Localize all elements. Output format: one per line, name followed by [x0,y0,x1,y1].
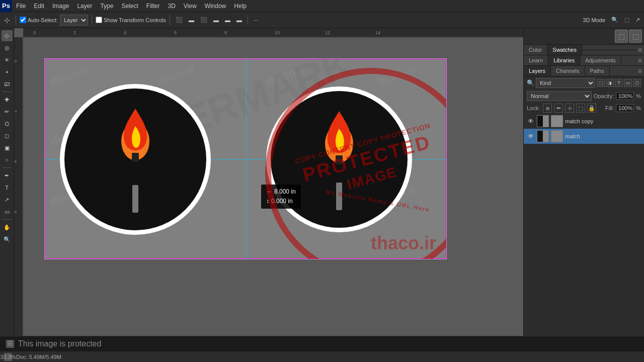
layer-select[interactable]: Layer [60,15,88,26]
candle-right[interactable] [266,86,412,232]
pen-icon: ✒ [5,172,9,179]
align-middle-icon: ▬ [225,17,230,23]
brush-tool[interactable]: ✏ [2,106,13,117]
zoom-icon: 🔍 [4,236,11,243]
lock-pixel-btn[interactable]: ✏ [554,104,563,113]
gradient-tool[interactable]: ▣ [2,142,13,153]
svg-text:10: 10 [275,30,280,35]
menu-file[interactable]: File [12,0,30,12]
zoom-level[interactable]: 33.3% [4,353,12,361]
color-picker-icon-btn[interactable]: ⬚ [615,30,628,43]
menu-3d[interactable]: 3D [164,0,179,12]
shape-tool[interactable]: ▭ [2,206,13,217]
share-btn[interactable]: ↗ [633,14,642,26]
align-center-btn[interactable]: ▬ [187,14,196,26]
dodge-icon: ○ [5,157,9,163]
svg-text:4: 4 [124,30,126,35]
tab-libraries[interactable]: Libraries [548,55,580,65]
menu-view[interactable]: View [180,0,201,12]
fill-input[interactable] [616,104,634,112]
menu-select[interactable]: Select [117,0,142,12]
kind-smart-btn[interactable]: ⬡ [633,79,641,87]
layer-eye-match-copy[interactable]: 👁 [527,117,535,125]
kind-select[interactable]: Kind [536,78,595,88]
menu-layer[interactable]: Layer [73,0,96,12]
status-menu-btn[interactable]: ≡ [6,340,14,348]
zoom-tool[interactable]: 🔍 [2,234,13,245]
dodge-tool[interactable]: ○ [2,154,13,165]
candle-left[interactable] [60,84,211,235]
align-top-btn[interactable]: ▬ [211,14,221,26]
tab-channels[interactable]: Channels [551,66,585,76]
left-tool-panel: ⊹ ◎ ✳ ⌖ 🖃 ✚ ✏ ⌬ ◻ ▣ ○ ✒ T ↗ ▭ ✋ 🔍 [0,28,14,362]
tab-paths[interactable]: Paths [585,66,610,76]
layer-item-match-copy[interactable]: 👁 match copy [524,114,644,129]
more-options-btn[interactable]: ··· [252,14,260,26]
svg-text:12: 12 [325,30,330,35]
tab-adjustments[interactable]: Adjustments [580,55,621,65]
clone-tool[interactable]: ⌬ [2,118,13,129]
blend-mode-select[interactable]: Normal [527,91,592,101]
tooltip-v-arrow: ↕ [266,197,269,206]
svg-text:4: 4 [14,160,18,163]
align-middle-btn[interactable]: ▬ [223,14,232,26]
transform-label[interactable]: Show Transform Controls [96,17,166,23]
layer-comp-btn[interactable]: ⬚ [629,30,642,43]
3d-mode-btn[interactable]: 3D Mode [581,14,607,26]
stamp-domain: thaco.ir [371,233,436,254]
menu-filter[interactable]: Filter [142,0,164,12]
move-tool-btn[interactable]: ⊹ [2,14,12,26]
tab-swatches[interactable]: Swatches [547,45,582,55]
menu-window[interactable]: Window [201,0,230,12]
tab-layers[interactable]: Layers [524,66,551,76]
tab-learn[interactable]: Learn [524,55,548,65]
panel-menu-btn-layers[interactable]: ≡ [636,66,644,76]
tab-color[interactable]: Color [524,45,547,55]
canvas-area[interactable]: 0 2 4 6 8 10 12 14 0 2 4 6 [14,28,523,362]
menu-help[interactable]: Help [230,0,251,12]
select-tool[interactable]: ⊹ [2,30,13,41]
lock-artboard-btn[interactable]: ⬚ [576,104,585,113]
panel-menu-btn-second[interactable]: ≡ [636,55,644,65]
crop-tool[interactable]: ⌖ [2,66,13,77]
align-bottom-btn[interactable]: ▬ [234,14,244,26]
arrange-btn[interactable]: ⬚ [622,14,631,26]
canvas-document[interactable]: thaco.ir thaco.ir thaco.ir thaco.ir thac… [44,58,447,259]
text-tool[interactable]: T [2,182,13,193]
candle-left-inner [64,88,206,230]
menu-edit[interactable]: Edit [30,0,48,12]
align-right-btn[interactable]: ⬛ [198,14,209,26]
healing-tool[interactable]: ✚ [2,94,13,105]
kind-adj-btn[interactable]: ◑ [606,79,614,87]
select-icon: ⊹ [4,32,10,40]
main-area: ⊹ ◎ ✳ ⌖ 🖃 ✚ ✏ ⌬ ◻ ▣ ○ ✒ T ↗ ▭ ✋ 🔍 0 [0,28,644,362]
autoselect-checkbox[interactable] [20,17,26,23]
path-select-tool[interactable]: ↗ [2,194,13,205]
transform-checkbox[interactable] [96,17,102,23]
hand-tool[interactable]: ✋ [2,222,13,233]
opacity-input[interactable] [616,92,634,100]
lock-all-btn[interactable]: 🔒 [587,104,596,113]
kind-type-btn[interactable]: T [615,79,623,87]
kind-pixel-btn[interactable]: ⬚ [597,79,605,87]
align-left-btn[interactable]: ⬛ [174,14,185,26]
menu-type[interactable]: Type [96,0,117,12]
lock-move-btn[interactable]: ⊹ [565,104,574,113]
eraser-tool[interactable]: ◻ [2,130,13,141]
kind-shape-btn[interactable]: ▭ [624,79,632,87]
toolbar-sep-3 [170,15,170,25]
pen-tool[interactable]: ✒ [2,170,13,181]
lock-position-btn[interactable]: ⧆ [543,104,552,113]
layer-eye-match[interactable]: 👁 [527,132,535,140]
app-icon: Ps [0,0,12,12]
lasso-tool[interactable]: ◎ [2,42,13,53]
autoselect-label[interactable]: Auto-Select: [20,17,58,23]
eyedropper-tool[interactable]: 🖃 [2,78,13,89]
candle-stick-right [332,183,347,213]
search-btn[interactable]: 🔍 [609,14,620,26]
panel-menu-btn-top[interactable]: ≡ [636,45,644,55]
svg-rect-18 [336,155,343,164]
layer-item-match[interactable]: 👁 match [524,129,644,144]
menu-image[interactable]: Image [48,0,73,12]
magic-wand-tool[interactable]: ✳ [2,54,13,65]
